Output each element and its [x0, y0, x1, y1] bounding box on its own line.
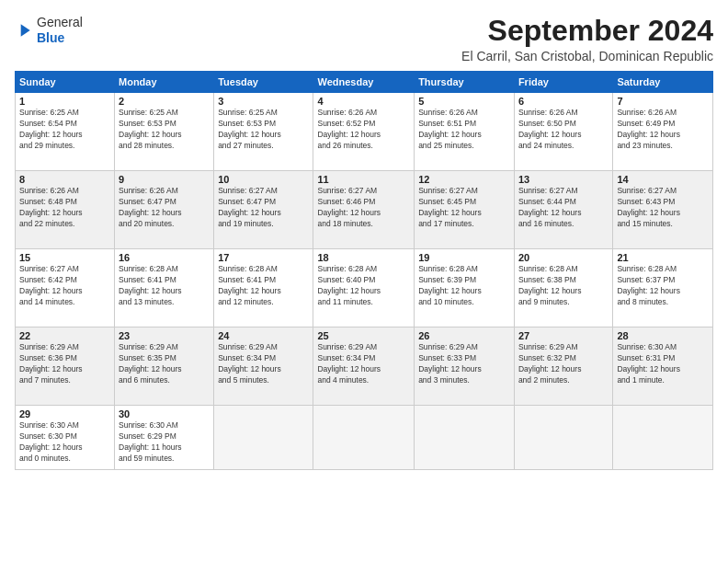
day-info: Sunrise: 6:28 AMSunset: 6:40 PMDaylight:… — [317, 264, 410, 308]
month-title: September 2024 — [461, 15, 713, 47]
day-number: 14 — [617, 174, 709, 185]
header: General Blue September 2024 El Carril, S… — [15, 15, 713, 63]
table-row: 20Sunrise: 6:28 AMSunset: 6:38 PMDayligh… — [514, 249, 612, 327]
table-row: 26Sunrise: 6:29 AMSunset: 6:33 PMDayligh… — [415, 327, 515, 406]
table-row: 2Sunrise: 6:25 AMSunset: 6:53 PMDaylight… — [115, 93, 214, 171]
day-number: 8 — [19, 174, 110, 185]
day-info: Sunrise: 6:27 AMSunset: 6:44 PMDaylight:… — [518, 186, 609, 230]
day-number: 7 — [617, 96, 709, 107]
day-info: Sunrise: 6:26 AMSunset: 6:47 PMDaylight:… — [119, 186, 210, 230]
table-row: 10Sunrise: 6:27 AMSunset: 6:47 PMDayligh… — [214, 171, 313, 249]
table-row: 8Sunrise: 6:26 AMSunset: 6:48 PMDaylight… — [16, 171, 115, 249]
calendar-week-row: 1Sunrise: 6:25 AMSunset: 6:54 PMDaylight… — [16, 93, 713, 171]
table-row: 18Sunrise: 6:28 AMSunset: 6:40 PMDayligh… — [313, 249, 415, 327]
day-info: Sunrise: 6:29 AMSunset: 6:35 PMDaylight:… — [119, 342, 210, 386]
page: General Blue September 2024 El Carril, S… — [0, 0, 728, 563]
svg-marker-0 — [21, 24, 30, 36]
col-wednesday: Wednesday — [313, 72, 415, 93]
day-number: 30 — [119, 408, 210, 419]
day-info: Sunrise: 6:27 AMSunset: 6:47 PMDaylight:… — [218, 186, 309, 230]
col-sunday: Sunday — [16, 72, 115, 93]
col-monday: Monday — [115, 72, 214, 93]
table-row: 14Sunrise: 6:27 AMSunset: 6:43 PMDayligh… — [613, 171, 713, 249]
day-info: Sunrise: 6:27 AMSunset: 6:45 PMDaylight:… — [418, 186, 510, 230]
day-number: 23 — [119, 330, 210, 341]
table-row: 22Sunrise: 6:29 AMSunset: 6:36 PMDayligh… — [16, 327, 115, 406]
day-number: 25 — [317, 330, 410, 341]
table-row: 9Sunrise: 6:26 AMSunset: 6:47 PMDaylight… — [115, 171, 214, 249]
col-thursday: Thursday — [415, 72, 515, 93]
table-row: 3Sunrise: 6:25 AMSunset: 6:53 PMDaylight… — [214, 93, 313, 171]
day-number: 13 — [518, 174, 609, 185]
table-row: 17Sunrise: 6:28 AMSunset: 6:41 PMDayligh… — [214, 249, 313, 327]
day-number: 22 — [19, 330, 110, 341]
table-row: 24Sunrise: 6:29 AMSunset: 6:34 PMDayligh… — [214, 327, 313, 406]
day-info: Sunrise: 6:28 AMSunset: 6:38 PMDaylight:… — [518, 264, 609, 308]
day-info: Sunrise: 6:28 AMSunset: 6:41 PMDaylight:… — [218, 264, 309, 308]
day-number: 6 — [518, 96, 609, 107]
day-info: Sunrise: 6:26 AMSunset: 6:48 PMDaylight:… — [19, 186, 110, 230]
table-row — [514, 406, 612, 470]
table-row: 27Sunrise: 6:29 AMSunset: 6:32 PMDayligh… — [514, 327, 612, 406]
day-info: Sunrise: 6:25 AMSunset: 6:53 PMDaylight:… — [218, 108, 309, 152]
table-row: 4Sunrise: 6:26 AMSunset: 6:52 PMDaylight… — [313, 93, 415, 171]
day-number: 26 — [418, 330, 510, 341]
day-info: Sunrise: 6:26 AMSunset: 6:51 PMDaylight:… — [418, 108, 510, 152]
day-number: 5 — [418, 96, 510, 107]
day-number: 9 — [119, 174, 210, 185]
table-row — [313, 406, 415, 470]
day-info: Sunrise: 6:25 AMSunset: 6:54 PMDaylight:… — [19, 108, 110, 152]
table-row: 29Sunrise: 6:30 AMSunset: 6:30 PMDayligh… — [16, 406, 115, 470]
table-row: 25Sunrise: 6:29 AMSunset: 6:34 PMDayligh… — [313, 327, 415, 406]
table-row: 16Sunrise: 6:28 AMSunset: 6:41 PMDayligh… — [115, 249, 214, 327]
day-info: Sunrise: 6:29 AMSunset: 6:33 PMDaylight:… — [418, 342, 510, 386]
day-info: Sunrise: 6:30 AMSunset: 6:29 PMDaylight:… — [119, 420, 210, 465]
day-number: 3 — [218, 96, 309, 107]
day-info: Sunrise: 6:28 AMSunset: 6:39 PMDaylight:… — [418, 264, 510, 308]
logo-text: General Blue — [37, 15, 83, 46]
day-info: Sunrise: 6:26 AMSunset: 6:52 PMDaylight:… — [317, 108, 410, 152]
day-number: 12 — [418, 174, 510, 185]
day-info: Sunrise: 6:28 AMSunset: 6:37 PMDaylight:… — [617, 264, 709, 308]
day-info: Sunrise: 6:27 AMSunset: 6:46 PMDaylight:… — [317, 186, 410, 230]
title-section: September 2024 El Carril, San Cristobal,… — [461, 15, 713, 63]
day-info: Sunrise: 6:30 AMSunset: 6:31 PMDaylight:… — [617, 342, 709, 386]
day-info: Sunrise: 6:29 AMSunset: 6:34 PMDaylight:… — [218, 342, 309, 386]
table-row: 12Sunrise: 6:27 AMSunset: 6:45 PMDayligh… — [415, 171, 515, 249]
table-row: 6Sunrise: 6:26 AMSunset: 6:50 PMDaylight… — [514, 93, 612, 171]
day-number: 10 — [218, 174, 309, 185]
day-number: 1 — [19, 96, 110, 107]
location: El Carril, San Cristobal, Dominican Repu… — [461, 49, 713, 63]
logo-icon — [15, 21, 33, 40]
table-row — [613, 406, 713, 470]
day-number: 18 — [317, 252, 410, 263]
logo: General Blue — [15, 15, 83, 46]
day-info: Sunrise: 6:26 AMSunset: 6:49 PMDaylight:… — [617, 108, 709, 152]
day-number: 24 — [218, 330, 309, 341]
calendar-week-row: 22Sunrise: 6:29 AMSunset: 6:36 PMDayligh… — [16, 327, 713, 406]
table-row — [214, 406, 313, 470]
table-row: 30Sunrise: 6:30 AMSunset: 6:29 PMDayligh… — [115, 406, 214, 470]
day-number: 15 — [19, 252, 110, 263]
day-info: Sunrise: 6:30 AMSunset: 6:30 PMDaylight:… — [19, 420, 110, 465]
table-row: 5Sunrise: 6:26 AMSunset: 6:51 PMDaylight… — [415, 93, 515, 171]
day-info: Sunrise: 6:27 AMSunset: 6:42 PMDaylight:… — [19, 264, 110, 308]
day-number: 4 — [317, 96, 410, 107]
day-number: 21 — [617, 252, 709, 263]
table-row: 11Sunrise: 6:27 AMSunset: 6:46 PMDayligh… — [313, 171, 415, 249]
table-row: 23Sunrise: 6:29 AMSunset: 6:35 PMDayligh… — [115, 327, 214, 406]
day-info: Sunrise: 6:29 AMSunset: 6:36 PMDaylight:… — [19, 342, 110, 386]
col-tuesday: Tuesday — [214, 72, 313, 93]
table-row: 28Sunrise: 6:30 AMSunset: 6:31 PMDayligh… — [613, 327, 713, 406]
calendar-week-row: 8Sunrise: 6:26 AMSunset: 6:48 PMDaylight… — [16, 171, 713, 249]
day-info: Sunrise: 6:25 AMSunset: 6:53 PMDaylight:… — [119, 108, 210, 152]
day-info: Sunrise: 6:29 AMSunset: 6:34 PMDaylight:… — [317, 342, 410, 386]
day-number: 11 — [317, 174, 410, 185]
day-info: Sunrise: 6:28 AMSunset: 6:41 PMDaylight:… — [119, 264, 210, 308]
day-number: 2 — [119, 96, 210, 107]
calendar-week-row: 15Sunrise: 6:27 AMSunset: 6:42 PMDayligh… — [16, 249, 713, 327]
table-row: 1Sunrise: 6:25 AMSunset: 6:54 PMDaylight… — [16, 93, 115, 171]
day-number: 28 — [617, 330, 709, 341]
day-number: 29 — [19, 408, 110, 419]
col-saturday: Saturday — [613, 72, 713, 93]
